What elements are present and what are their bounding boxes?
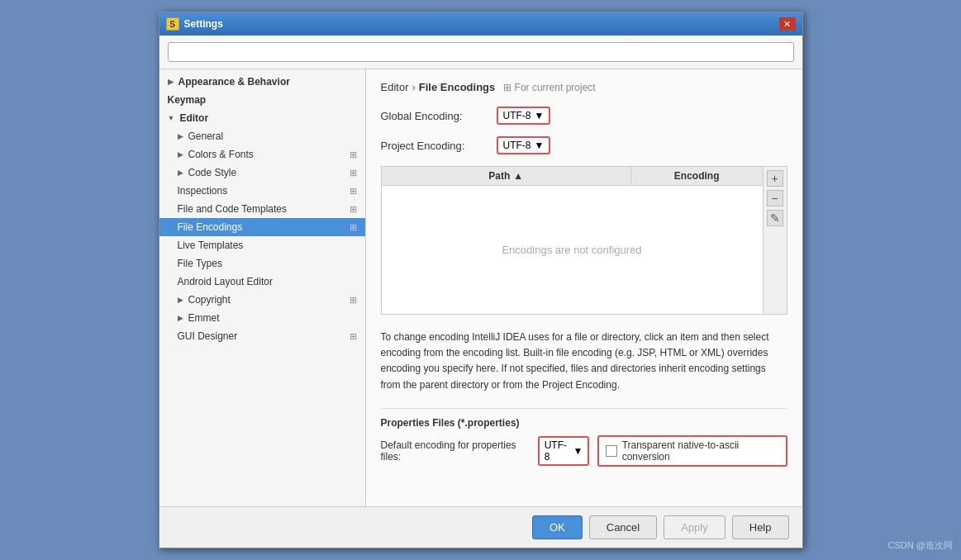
project-encoding-row: Project Encoding: UTF-8 ▼ <box>381 136 787 154</box>
table-side-buttons: + − ✎ <box>763 167 787 314</box>
sidebar-item-label: File and Code Templates <box>178 203 288 215</box>
sidebar-item-keymap[interactable]: Keymap <box>159 91 365 109</box>
description: To change encoding IntelliJ IDEA uses fo… <box>381 323 787 400</box>
dropdown-arrow-icon: ▼ <box>535 140 545 151</box>
sidebar-item-label: Inspections <box>178 185 228 197</box>
edit-button[interactable]: ✎ <box>767 210 783 226</box>
arrow-icon: ▶ <box>178 132 183 140</box>
sidebar-item-file-code-templates[interactable]: File and Code Templates ⊞ <box>159 200 365 218</box>
properties-encoding-value: UTF-8 <box>545 439 570 463</box>
settings-window: S Settings ✕ ▶ Appearance & Behavior Key <box>159 12 803 548</box>
sidebar-item-file-encodings[interactable]: File Encodings ⊞ <box>159 218 365 236</box>
table-header: Path ▲ Encoding <box>382 167 763 186</box>
sidebar-item-label: General <box>188 131 224 142</box>
project-icon: ⊞ <box>350 168 357 178</box>
sort-icon: ▲ <box>513 170 523 182</box>
content-area: ▶ Appearance & Behavior Keymap ▼ Editor … <box>159 69 802 506</box>
path-column-header[interactable]: Path ▲ <box>382 167 631 185</box>
properties-title: Properties Files (*.properties) <box>381 417 787 429</box>
transparent-label: Transparent native-to-ascii conversion <box>622 439 779 463</box>
sidebar-item-label: Copyright <box>188 294 231 306</box>
sidebar-item-label: Emmet <box>188 312 220 324</box>
arrow-icon: ▼ <box>168 114 175 122</box>
close-button[interactable]: ✕ <box>779 17 796 31</box>
watermark: CSDN @造次阿 <box>888 539 953 552</box>
sidebar-item-label: Android Layout Editor <box>178 276 273 287</box>
project-encoding-value: UTF-8 <box>503 140 531 151</box>
sidebar-item-file-types[interactable]: File Types <box>159 254 365 273</box>
window-title: Settings <box>184 18 223 30</box>
global-encoding-row: Global Encoding: UTF-8 ▼ <box>381 107 787 125</box>
search-bar <box>159 36 802 69</box>
title-bar: S Settings ✕ <box>159 12 802 36</box>
sidebar-item-label: Keymap <box>168 94 207 106</box>
sidebar-item-label: File Types <box>178 258 222 269</box>
breadcrumb-parent: Editor <box>381 81 409 93</box>
default-encoding-label: Default encoding for properties files: <box>381 439 530 463</box>
sidebar-item-label: File Encodings <box>178 221 243 233</box>
sidebar-item-label: Appearance & Behavior <box>178 76 290 88</box>
arrow-icon: ▶ <box>178 314 183 322</box>
project-encoding-select[interactable]: UTF-8 ▼ <box>497 136 551 154</box>
table-body: Encodings are not configured <box>382 186 763 314</box>
help-button[interactable]: Help <box>732 515 789 539</box>
project-icon: ⊞ <box>350 149 357 160</box>
arrow-icon: ▶ <box>168 78 174 86</box>
sidebar-item-label: Colors & Fonts <box>188 149 254 160</box>
global-encoding-label: Global Encoding: <box>381 110 488 122</box>
ok-button[interactable]: OK <box>532 515 583 539</box>
encoding-column-header[interactable]: Encoding <box>631 167 763 185</box>
title-bar-left: S Settings <box>166 17 223 31</box>
project-encoding-label: Project Encoding: <box>381 140 488 152</box>
properties-encoding-select[interactable]: UTF-8 ▼ <box>538 436 590 466</box>
dropdown-arrow-icon: ▼ <box>573 445 583 457</box>
properties-row: Default encoding for properties files: U… <box>381 435 787 467</box>
properties-section: Properties Files (*.properties) Default … <box>381 408 787 467</box>
sidebar-item-colors-fonts[interactable]: ▶ Colors & Fonts ⊞ <box>159 145 365 164</box>
sidebar-item-code-style[interactable]: ▶ Code Style ⊞ <box>159 164 365 182</box>
empty-message: Encodings are not configured <box>502 244 641 256</box>
table-main: Path ▲ Encoding Encodings are not config… <box>382 167 763 314</box>
encoding-label: Encoding <box>674 170 720 182</box>
arrow-icon: ▶ <box>178 150 183 159</box>
main-panel: Editor › File Encodings ⊞ For current pr… <box>366 69 802 506</box>
sidebar-item-live-templates[interactable]: Live Templates <box>159 236 365 254</box>
arrow-icon: ▶ <box>178 296 183 304</box>
cancel-button[interactable]: Cancel <box>589 515 657 539</box>
encodings-table: Path ▲ Encoding Encodings are not config… <box>381 166 787 315</box>
sidebar: ▶ Appearance & Behavior Keymap ▼ Editor … <box>159 69 366 506</box>
remove-button[interactable]: − <box>767 190 783 206</box>
sidebar-item-appearance[interactable]: ▶ Appearance & Behavior <box>159 73 365 91</box>
sidebar-item-copyright[interactable]: ▶ Copyright ⊞ <box>159 291 365 309</box>
sidebar-item-gui-designer[interactable]: GUI Designer ⊞ <box>159 327 365 345</box>
global-encoding-select[interactable]: UTF-8 ▼ <box>497 107 551 125</box>
sidebar-item-label: Code Style <box>188 167 237 178</box>
dropdown-arrow-icon: ▼ <box>535 110 545 121</box>
transparent-checkbox[interactable] <box>606 445 616 457</box>
project-icon: ⊞ <box>350 222 357 233</box>
title-buttons: ✕ <box>779 17 796 31</box>
arrow-icon: ▶ <box>178 168 183 177</box>
project-icon: ⊞ <box>350 295 357 306</box>
path-label: Path <box>488 170 510 182</box>
sidebar-item-label: Editor <box>179 112 208 124</box>
window-body: ▶ Appearance & Behavior Keymap ▼ Editor … <box>159 36 802 548</box>
breadcrumb-note: ⊞ For current project <box>503 82 595 93</box>
project-icon: ⊞ <box>350 204 357 215</box>
sidebar-item-editor[interactable]: ▼ Editor <box>159 109 365 127</box>
breadcrumb-separator: › <box>412 81 415 93</box>
breadcrumb-current: File Encodings <box>419 81 495 93</box>
search-input[interactable] <box>168 42 794 62</box>
global-encoding-value: UTF-8 <box>503 110 531 121</box>
sidebar-item-inspections[interactable]: Inspections ⊞ <box>159 182 365 200</box>
apply-button[interactable]: Apply <box>664 515 726 539</box>
sidebar-item-emmet[interactable]: ▶ Emmet <box>159 309 365 327</box>
sidebar-item-android-layout[interactable]: Android Layout Editor <box>159 273 365 291</box>
add-button[interactable]: + <box>767 170 783 187</box>
transparent-checkbox-group: Transparent native-to-ascii conversion <box>597 435 787 467</box>
sidebar-item-general[interactable]: ▶ General <box>159 127 365 145</box>
bottom-bar: OK Cancel Apply Help <box>159 506 802 548</box>
sidebar-item-label: Live Templates <box>178 240 244 251</box>
app-icon: S <box>166 17 179 31</box>
sidebar-item-label: GUI Designer <box>178 330 238 342</box>
